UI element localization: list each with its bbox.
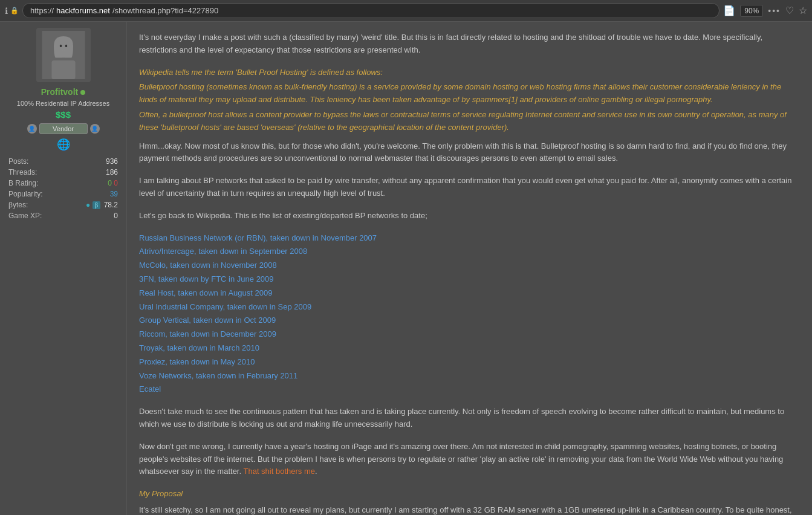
pattern-para: Doesn't take much to see the continuous … <box>139 406 800 431</box>
post-body: It's not everyday I make a post with suc… <box>127 22 812 515</box>
popularity-label: Popularity: <box>6 189 65 199</box>
avatar <box>36 28 91 82</box>
wiki-intro: Wikipedia tells me the term 'Bullet Proo… <box>139 66 800 79</box>
bp-network-item[interactable]: Group Vertical, taken down in Oct 2009 <box>139 314 800 327</box>
para2: I am talking about BP networks that aske… <box>139 175 800 200</box>
stat-row-gamexp: Game XP: 0 <box>6 210 120 221</box>
bytes-circle: ● <box>86 201 90 209</box>
user-title: 100% Residential IP Addresses <box>17 100 109 107</box>
reader-icon[interactable]: 📄 <box>723 5 735 16</box>
beta-badge: β <box>93 201 101 209</box>
brating-neg: 0 <box>114 179 118 187</box>
ipage-para-start: Now don't get me wrong, I currently have… <box>139 442 783 476</box>
posts-label: Posts: <box>6 156 65 167</box>
brating-label: B Rating: <box>6 178 65 189</box>
bp-network-item[interactable]: Ecatel <box>139 383 800 396</box>
zoom-level: 90% <box>740 5 763 17</box>
stat-row-bytes: βytes: ● β 78.2 <box>6 199 120 210</box>
vendor-icon-right: 👤 <box>90 124 100 134</box>
bytes-number: 78.2 <box>104 201 118 209</box>
wikipedia-quote: Wikipedia tells me the term 'Bullet Proo… <box>139 66 800 134</box>
bytes-value: ● β 78.2 <box>65 199 120 210</box>
wiki-body2: Often, a bulletproof host allows a conte… <box>139 109 800 134</box>
svg-rect-3 <box>51 60 75 79</box>
url-bar[interactable]: https://hackforums.net/showthread.php?ti… <box>22 3 719 18</box>
stat-row-threads: Threads: 186 <box>6 167 120 178</box>
proposal-paragraph: It's still sketchy, so I am not going al… <box>139 504 800 515</box>
wiki-body1: Bulletproof hosting (sometimes known as … <box>139 81 800 106</box>
avatar-image <box>39 31 88 79</box>
info-icon: ℹ <box>5 6 8 16</box>
ipage-paragraph: Now don't get me wrong, I currently have… <box>139 441 800 478</box>
para1: Hmm...okay. Now most of us know this, bu… <box>139 140 800 166</box>
globe-icon: 🌐 <box>57 138 70 151</box>
bp-network-item[interactable]: Troyak, taken down in March 2010 <box>139 342 800 355</box>
main-wrapper: Profitvolt 100% Residential IP Addresses… <box>0 22 812 515</box>
threads-value: 186 <box>65 167 120 178</box>
wiki-lead: Let's go back to Wikipedia. This is the … <box>139 210 800 222</box>
vendor-label: Vendor <box>39 123 88 134</box>
gamexp-value: 0 <box>65 210 120 221</box>
gamexp-label: Game XP: <box>6 210 65 221</box>
vendor-icon-left: 👤 <box>27 124 37 134</box>
svg-point-5 <box>65 45 67 47</box>
bp-network-item[interactable]: Russian Business Network (or RBN), taken… <box>139 232 800 245</box>
bp-network-item[interactable]: Riccom, taken down in December 2009 <box>139 328 800 341</box>
url-path: /showthread.php?tid=4227890 <box>112 6 218 15</box>
bp-network-item[interactable]: Proxiez, taken down in May 2010 <box>139 356 800 369</box>
vendor-badge-area: 👤 Vendor 👤 <box>27 123 100 134</box>
bp-networks-list: Russian Business Network (or RBN), taken… <box>139 232 800 397</box>
bp-network-item[interactable]: Real Host, taken down in August 2009 <box>139 287 800 300</box>
browser-bar: ℹ 🔒 https://hackforums.net/showthread.ph… <box>0 0 812 22</box>
svg-point-4 <box>59 45 62 47</box>
bookmark-star-icon[interactable]: ☆ <box>799 5 807 16</box>
bp-network-item[interactable]: 3FN, taken down by FTC in June 2009 <box>139 273 800 286</box>
lock-icon: 🔒 <box>10 7 19 15</box>
popularity-value: 39 <box>65 189 120 199</box>
proposal-para: It's still sketchy, so I am not going al… <box>139 505 792 515</box>
user-money: $$$ <box>56 109 71 120</box>
ipage-para-end: . <box>315 467 317 476</box>
stat-row-brating: B Rating: 0 0 <box>6 178 120 189</box>
bp-network-item[interactable]: Voze Networks, taken down in February 20… <box>139 370 800 383</box>
user-stats-table: Posts: 936 Threads: 186 B Rating: 0 0 Po… <box>6 156 120 221</box>
online-indicator <box>80 90 85 95</box>
url-domain: hackforums.net <box>56 6 110 15</box>
username-line: Profitvolt <box>41 87 85 98</box>
username[interactable]: Profitvolt <box>41 87 78 97</box>
threads-label: Threads: <box>6 167 65 178</box>
intro-paragraph: It's not everyday I make a post with suc… <box>139 31 800 57</box>
bothers-link[interactable]: That shit bothers me <box>243 467 315 476</box>
posts-value: 936 <box>65 156 120 167</box>
bp-network-item[interactable]: McColo, taken down in November 2008 <box>139 259 800 272</box>
brating-pos: 0 <box>108 179 112 187</box>
more-options-icon[interactable]: ••• <box>768 6 781 16</box>
browser-security-icons: ℹ 🔒 <box>5 6 19 16</box>
stat-row-posts: Posts: 936 <box>6 156 120 167</box>
proposal-title: My Proposal <box>139 488 800 500</box>
bytes-label: βytes: <box>6 199 65 210</box>
url-prefix: https:// <box>30 6 54 15</box>
bookmark-heart-icon[interactable]: ♡ <box>785 5 794 16</box>
browser-controls: 📄 90% ••• ♡ ☆ <box>723 5 807 17</box>
brating-values: 0 0 <box>65 178 120 189</box>
stat-row-popularity: Popularity: 39 <box>6 189 120 199</box>
bp-network-item[interactable]: Ural Industrial Company, taken down in S… <box>139 301 800 314</box>
user-sidebar: Profitvolt 100% Residential IP Addresses… <box>0 22 127 515</box>
bp-network-item[interactable]: Atrivo/Intercage, taken down in Septembe… <box>139 245 800 258</box>
